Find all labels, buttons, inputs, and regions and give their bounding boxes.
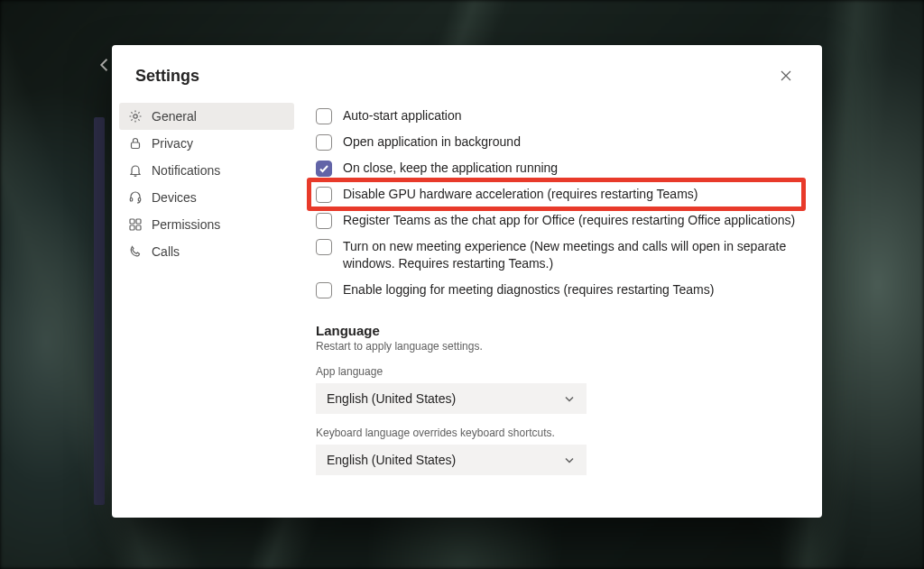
sidebar-item-devices[interactable]: Devices	[119, 184, 294, 211]
sidebar-item-general[interactable]: General	[119, 103, 294, 130]
option-keep-running: On close, keep the application running	[316, 155, 800, 181]
option-label: Open application in background	[343, 133, 521, 151]
sidebar-item-label: Privacy	[152, 136, 193, 151]
option-label: Disable GPU hardware acceleration (requi…	[343, 186, 698, 203]
svg-rect-3	[138, 198, 140, 202]
bell-icon	[128, 163, 143, 178]
sidebar-item-label: Permissions	[152, 217, 220, 232]
checkbox-enable-logging[interactable]	[316, 282, 332, 298]
app-back-chevron	[96, 56, 114, 74]
app-language-value: English (United States)	[327, 391, 456, 406]
app-language-select[interactable]: English (United States)	[316, 383, 587, 414]
svg-rect-1	[132, 142, 140, 149]
sidebar-item-label: Notifications	[152, 163, 220, 178]
sidebar-item-privacy[interactable]: Privacy	[119, 130, 294, 157]
option-label: Register Teams as the chat app for Offic…	[343, 212, 795, 229]
headset-icon	[128, 190, 143, 205]
option-label: Enable logging for meeting diagnostics (…	[343, 281, 714, 298]
language-subheading: Restart to apply language settings.	[316, 340, 800, 353]
svg-rect-6	[130, 225, 134, 230]
svg-rect-5	[136, 219, 141, 224]
sidebar-item-permissions[interactable]: Permissions	[119, 211, 294, 238]
settings-modal: Settings General Privacy	[112, 45, 822, 518]
settings-sidebar: General Privacy Notifications Devices	[112, 97, 301, 518]
permissions-icon	[128, 217, 143, 232]
sidebar-item-label: Calls	[152, 244, 180, 259]
close-icon	[780, 69, 792, 82]
modal-body: General Privacy Notifications Devices	[112, 97, 822, 518]
option-open-background: Open application in background	[316, 129, 800, 155]
lock-icon	[128, 136, 143, 151]
option-new-meeting-exp: Turn on new meeting experience (New meet…	[316, 234, 800, 277]
option-auto-start: Auto-start application	[316, 103, 800, 129]
option-label: Turn on new meeting experience (New meet…	[343, 238, 800, 272]
svg-rect-2	[130, 198, 132, 202]
settings-content: Auto-start application Open application …	[301, 97, 822, 518]
app-left-rail-hint	[94, 117, 105, 505]
chevron-down-icon	[563, 392, 576, 405]
svg-rect-4	[130, 219, 134, 224]
option-label: Auto-start application	[343, 107, 462, 124]
checkbox-keep-running[interactable]	[316, 161, 332, 177]
checkbox-auto-start[interactable]	[316, 108, 332, 124]
sidebar-item-label: Devices	[152, 190, 197, 205]
keyboard-language-label: Keyboard language overrides keyboard sho…	[316, 427, 800, 439]
keyboard-language-select[interactable]: English (United States)	[316, 445, 587, 475]
checkbox-open-background[interactable]	[316, 134, 332, 151]
chevron-down-icon	[563, 454, 576, 466]
language-heading: Language	[316, 323, 800, 338]
sidebar-item-label: General	[152, 109, 197, 124]
option-disable-gpu: Disable GPU hardware acceleration (requi…	[316, 181, 800, 207]
gear-icon	[128, 109, 143, 124]
modal-title: Settings	[135, 67, 199, 86]
app-language-label: App language	[316, 365, 800, 378]
sidebar-item-notifications[interactable]: Notifications	[119, 157, 294, 184]
option-enable-logging: Enable logging for meeting diagnostics (…	[316, 277, 800, 303]
modal-header: Settings	[112, 45, 822, 97]
sidebar-item-calls[interactable]: Calls	[119, 238, 294, 265]
keyboard-language-value: English (United States)	[327, 453, 456, 467]
option-register-chat-app: Register Teams as the chat app for Offic…	[316, 207, 800, 234]
checkbox-new-meeting-exp[interactable]	[316, 239, 332, 255]
svg-point-0	[134, 115, 137, 118]
option-label: On close, keep the application running	[343, 160, 558, 177]
checkbox-disable-gpu[interactable]	[316, 187, 332, 203]
checkbox-register-chat-app[interactable]	[316, 213, 332, 229]
phone-icon	[128, 244, 143, 259]
svg-rect-7	[136, 225, 141, 230]
close-button[interactable]	[773, 63, 799, 88]
